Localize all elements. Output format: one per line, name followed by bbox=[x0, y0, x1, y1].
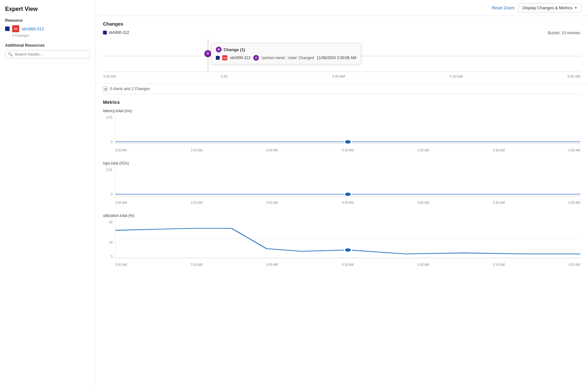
iops-t3: 4:30 AM bbox=[342, 201, 354, 204]
util-t0: 3:00 AM bbox=[115, 263, 127, 266]
tooltip-changed-text: 'partner.name', 'state' Changed bbox=[262, 56, 314, 60]
util-y-bottom: 0 bbox=[103, 255, 113, 258]
tooltip-resource: stiA900-312 bbox=[230, 56, 250, 60]
tooltip-square bbox=[216, 56, 220, 60]
change-icon-1: ⚙ bbox=[204, 50, 211, 57]
utilization-chart-block: utilization.total (%) 40 20 0 bbox=[103, 213, 580, 266]
tooltip-change-type-icon: ⚙ bbox=[253, 55, 259, 61]
display-changes-label: Display Changes & Metrics bbox=[522, 5, 572, 10]
tooltip-title: ⚙ Change (1) bbox=[216, 47, 356, 52]
legend-label: stiA900-312 bbox=[109, 30, 129, 35]
iops-t4: 5:00 AM bbox=[418, 201, 429, 204]
latency-t4: 5:00 AM bbox=[418, 149, 429, 152]
iops-chart-block: iops.total (IO/s) 0.01 0 3:00 AM 3:30 AM… bbox=[103, 161, 580, 204]
utilization-svg bbox=[115, 219, 580, 258]
additional-resources-label: Additional Resources bbox=[5, 43, 90, 48]
latency-t1: 3:30 AM bbox=[191, 149, 202, 152]
iops-title: iops.total (IO/s) bbox=[103, 161, 580, 166]
legend-square bbox=[103, 31, 107, 35]
alerts-bar: ⊞ 0 Alerts and 2 Changes bbox=[95, 83, 588, 94]
changes-chart: ⚙ ⚙ ⚙ Change (1) SN stiA900-312 ⚙ 'partn… bbox=[103, 40, 580, 72]
display-changes-button[interactable]: Display Changes & Metrics ▼ bbox=[518, 3, 582, 12]
latency-t6: 6:00 AM bbox=[568, 149, 580, 152]
time-label-1: 3:30 bbox=[221, 74, 227, 78]
page-title: Expert View bbox=[5, 6, 90, 12]
bucket-info: Bucket: 10 minutes bbox=[548, 31, 580, 35]
expand-icon[interactable]: ⊞ bbox=[103, 86, 108, 91]
utilization-time-axis: 3:00 AM 3:30 AM 4:00 AM 4:30 AM 5:00 AM … bbox=[115, 263, 580, 266]
latency-title: latency.total (ms) bbox=[103, 109, 580, 113]
change-tooltip: ⚙ Change (1) SN stiA900-312 ⚙ 'partner.n… bbox=[211, 43, 361, 64]
metrics-title: Metrics bbox=[103, 99, 580, 105]
changes-section: Changes stiA900-312 Bucket: 10 minutes ⚙… bbox=[95, 16, 588, 83]
iops-chart-area: 0.01 0 3:00 AM 3:30 AM 4:00 AM 4:30 AM 5… bbox=[103, 166, 580, 204]
resource-name-link[interactable]: stiA900-312 bbox=[22, 27, 44, 31]
time-label-2: 5:00 AM bbox=[332, 74, 345, 78]
latency-t3: 4:30 AM bbox=[342, 149, 354, 152]
svg-point-5 bbox=[344, 248, 351, 252]
latency-y-top: 0.01 bbox=[103, 116, 113, 119]
change-marker-1[interactable]: ⚙ bbox=[204, 50, 211, 57]
time-label-3: 5:30 AM bbox=[450, 74, 463, 78]
tooltip-row: SN stiA900-312 ⚙ 'partner.name', 'state'… bbox=[216, 55, 356, 61]
tooltip-change-icon: ⚙ bbox=[216, 47, 222, 52]
tooltip-res-badge: SN bbox=[222, 55, 227, 60]
latency-t0: 3:00 AM bbox=[115, 149, 127, 152]
latency-t5: 5:30 AM bbox=[493, 149, 505, 152]
latency-chart-block: latency.total (ms) 0.01 0 3:00 AM 3:30 A… bbox=[103, 109, 580, 152]
util-t3: 4:30 AM bbox=[342, 263, 354, 266]
changes-title: Changes bbox=[103, 21, 580, 27]
metrics-section: Metrics latency.total (ms) 0.01 0 bbox=[95, 94, 588, 266]
iops-time-axis: 3:00 AM 3:30 AM 4:00 AM 4:30 AM 5:00 AM … bbox=[115, 201, 580, 204]
utilization-title: utilization.total (%) bbox=[103, 213, 580, 218]
search-icon: 🔍 bbox=[8, 52, 13, 57]
time-label-0: 3:00 AM bbox=[103, 74, 116, 78]
latency-svg bbox=[115, 114, 580, 143]
util-t1: 3:30 AM bbox=[191, 263, 202, 266]
util-y-mid: 20 bbox=[103, 241, 113, 244]
iops-chart-inner bbox=[115, 166, 580, 196]
iops-svg bbox=[115, 166, 580, 196]
resource-changes-count: 2 Changes bbox=[12, 34, 90, 37]
iops-y-bottom: 0 bbox=[103, 193, 113, 196]
sidebar: Expert View Resource SN stiA900-312 2 Ch… bbox=[0, 0, 95, 385]
resource-icon-text: SN bbox=[14, 27, 17, 30]
iops-t6: 6:00 AM bbox=[568, 201, 580, 204]
search-input[interactable] bbox=[15, 52, 87, 57]
resource-label: Resource bbox=[5, 18, 90, 23]
utilization-chart-inner bbox=[115, 219, 580, 258]
resource-item: SN stiA900-312 bbox=[5, 25, 90, 32]
iops-t1: 3:30 AM bbox=[191, 201, 202, 204]
time-label-4: 6:00 AM bbox=[568, 74, 580, 78]
resource-icon-sn: SN bbox=[12, 25, 19, 32]
resource-color-square bbox=[5, 27, 10, 31]
search-assets-box[interactable]: 🔍 bbox=[5, 50, 90, 58]
changes-time-axis: 3:00 AM 3:30 5:00 AM 5:30 AM 6:00 AM bbox=[103, 73, 580, 78]
header-bar: Reset Zoom Display Changes & Metrics ▼ bbox=[95, 0, 588, 16]
reset-zoom-button[interactable]: Reset Zoom bbox=[492, 5, 514, 10]
util-t2: 4:00 AM bbox=[266, 263, 278, 266]
changes-legend: stiA900-312 bbox=[103, 30, 129, 35]
svg-point-3 bbox=[344, 192, 351, 196]
tooltip-time: 11/06/2024 3:30:06 AM bbox=[317, 56, 356, 60]
iops-t2: 4:00 AM bbox=[266, 201, 278, 204]
util-t6: 6:00 AM bbox=[568, 263, 580, 266]
latency-chart-area: 0.01 0 3:00 AM 3:30 AM 4:00 AM 4:30 AM 5… bbox=[103, 114, 580, 152]
main-content: Reset Zoom Display Changes & Metrics ▼ C… bbox=[95, 0, 588, 385]
util-t4: 5:00 AM bbox=[418, 263, 429, 266]
util-y-top: 40 bbox=[103, 220, 113, 224]
iops-y-top: 0.01 bbox=[103, 168, 113, 172]
iops-t5: 5:30 AM bbox=[493, 201, 505, 204]
latency-t2: 4:00 AM bbox=[266, 149, 278, 152]
latency-y-bottom: 0 bbox=[103, 140, 113, 144]
util-t5: 5:30 AM bbox=[493, 263, 505, 266]
svg-point-1 bbox=[344, 140, 351, 143]
iops-t0: 3:00 AM bbox=[115, 201, 127, 204]
chevron-down-icon: ▼ bbox=[574, 6, 577, 10]
alerts-text: 0 Alerts and 2 Changes bbox=[110, 87, 150, 91]
utilization-chart-area: 40 20 0 3:00 AM 3:30 AM 4:0 bbox=[103, 219, 580, 266]
latency-chart-inner bbox=[115, 114, 580, 144]
latency-time-axis: 3:00 AM 3:30 AM 4:00 AM 4:30 AM 5:00 AM … bbox=[115, 149, 580, 152]
